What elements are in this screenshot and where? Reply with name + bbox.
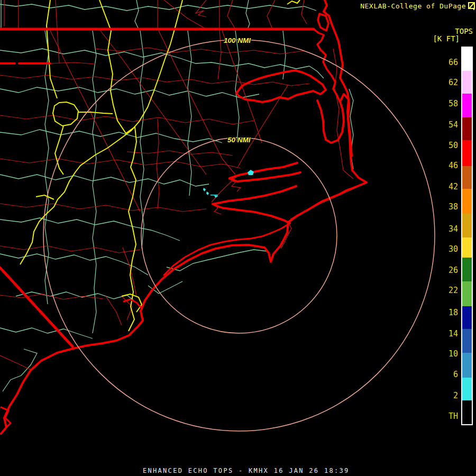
legend-segment bbox=[462, 189, 472, 214]
legend-label: 2 bbox=[453, 391, 458, 400]
legend-label: 10 bbox=[448, 350, 458, 358]
legend-segment bbox=[462, 166, 472, 189]
legend-label: 34 bbox=[448, 225, 458, 233]
legend-label: 62 bbox=[448, 78, 458, 87]
legend-segment bbox=[462, 281, 472, 306]
legend-label: 38 bbox=[448, 203, 458, 211]
legend-segment bbox=[462, 71, 472, 94]
legend-segment bbox=[462, 400, 472, 424]
legend-label: 30 bbox=[448, 245, 458, 253]
legend-segment bbox=[462, 94, 472, 117]
legend-segment bbox=[462, 140, 472, 166]
legend-segment bbox=[462, 237, 472, 258]
product-caption: ENHANCED ECHO TOPS - KMHX 16 JAN 26 18:3… bbox=[143, 467, 350, 474]
cod-logo-icon bbox=[468, 2, 475, 10]
legend-label: 58 bbox=[448, 99, 458, 108]
radar-display: 100 NMI 50 NMI NEXLAB-College of DuPage … bbox=[0, 0, 476, 476]
range-rings bbox=[43, 40, 435, 431]
legend-label: 50 bbox=[448, 141, 458, 150]
legend-label: 22 bbox=[448, 286, 458, 295]
legend-segment bbox=[462, 117, 472, 140]
legend-segment bbox=[462, 329, 472, 353]
legend-label: 6 bbox=[453, 370, 458, 379]
ring-100nmi bbox=[43, 40, 435, 431]
ring-label-50nmi: 50 NMI bbox=[227, 136, 251, 144]
header-brand: NEXLAB-College of DuPage bbox=[360, 2, 466, 10]
coastline-state-borders bbox=[0, 0, 367, 434]
ring-50nmi bbox=[141, 138, 337, 333]
legend-segment bbox=[462, 306, 472, 329]
legend-label: 18 bbox=[448, 308, 458, 317]
legend-segment bbox=[462, 258, 472, 281]
legend-units: [K FT] bbox=[433, 34, 460, 43]
legend-segment bbox=[462, 378, 472, 400]
map-canvas bbox=[0, 0, 476, 476]
legend-segment bbox=[462, 353, 472, 378]
legend-label: 46 bbox=[448, 161, 458, 170]
legend-segment bbox=[462, 214, 472, 237]
legend-label: 54 bbox=[448, 121, 458, 129]
legend-colorbar bbox=[461, 47, 473, 425]
legend-label: 66 bbox=[448, 58, 458, 67]
legend-label: 14 bbox=[448, 329, 458, 338]
ring-label-100nmi: 100 NMI bbox=[224, 36, 251, 44]
legend-segment bbox=[462, 48, 472, 71]
legend-label: 26 bbox=[448, 266, 458, 274]
legend-label: 42 bbox=[448, 182, 458, 191]
county-lines bbox=[0, 0, 353, 391]
legend-label: TH bbox=[448, 412, 458, 420]
header: NEXLAB-College of DuPage bbox=[360, 2, 475, 10]
